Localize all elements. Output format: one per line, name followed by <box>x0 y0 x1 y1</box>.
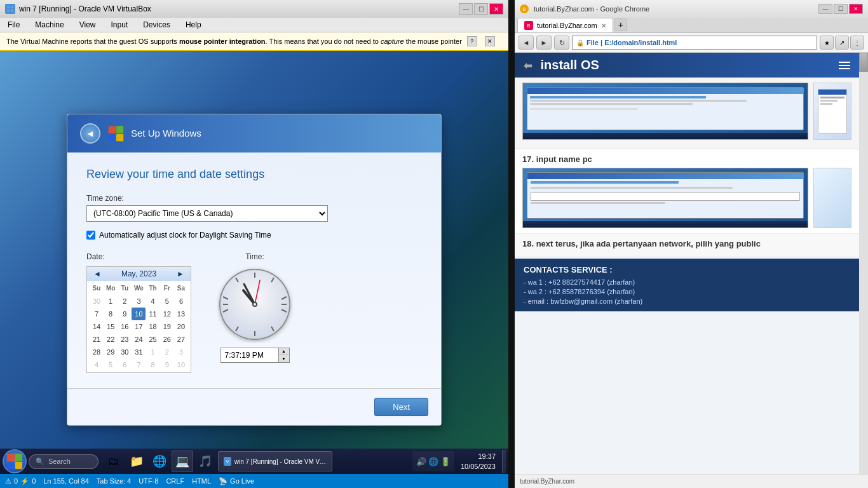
cal-cell-11[interactable]: 11 <box>146 308 160 320</box>
maximize-button[interactable]: ☐ <box>474 3 488 15</box>
share-icon[interactable]: ↗ <box>835 36 849 50</box>
browser-minimize[interactable]: — <box>818 4 832 14</box>
cal-cell-19[interactable]: 19 <box>160 320 174 333</box>
time-up-button[interactable]: ▲ <box>279 348 289 355</box>
close-button[interactable]: ✕ <box>489 3 503 15</box>
next-button[interactable]: Next <box>374 398 428 416</box>
cal-cell-24[interactable]: 24 <box>132 333 146 346</box>
cal-cell-3[interactable]: 3 <box>132 295 146 308</box>
menu-help[interactable]: Help <box>180 19 207 30</box>
tray-icon-network[interactable]: 🌐 <box>428 457 438 466</box>
cal-cell-7[interactable]: 7 <box>90 308 104 320</box>
scrollbar-thumb[interactable] <box>859 53 868 72</box>
taskbar-search[interactable]: 🔍 Search <box>29 454 98 469</box>
cal-cell-28[interactable]: 28 <box>90 346 104 358</box>
new-tab-button[interactable]: + <box>614 18 627 31</box>
menu-devices[interactable]: Devices <box>138 19 175 30</box>
status-errors[interactable]: ⚠ 0 ⚡ 0 <box>5 477 36 485</box>
cal-cell-17[interactable]: 17 <box>132 320 146 333</box>
cal-cell-25[interactable]: 25 <box>146 333 160 346</box>
time-input-field[interactable] <box>221 349 278 362</box>
cal-cell-21[interactable]: 21 <box>90 333 104 346</box>
cal-cell-5[interactable]: 5 <box>160 295 174 308</box>
cal-cell-14[interactable]: 14 <box>90 320 104 333</box>
menu-view[interactable]: View <box>74 19 101 30</box>
status-eol[interactable]: CRLF <box>166 477 184 485</box>
taskbar-pin-folder[interactable]: 📁 <box>126 451 147 472</box>
status-language[interactable]: HTML <box>192 477 211 485</box>
bookmark-icon[interactable]: ★ <box>820 36 834 50</box>
cal-cell-9[interactable]: 9 <box>118 308 132 320</box>
tab-close-icon[interactable]: ✕ <box>601 22 606 29</box>
cal-cell-30[interactable]: 30 <box>118 346 132 358</box>
cal-cell-6-next[interactable]: 6 <box>118 358 132 371</box>
cal-cell-20[interactable]: 20 <box>174 320 188 333</box>
cal-cell-27[interactable]: 27 <box>174 333 188 346</box>
menu-input[interactable]: Input <box>106 19 133 30</box>
cal-cell-30-prev[interactable]: 30 <box>90 295 104 308</box>
cal-cell-16[interactable]: 16 <box>118 320 132 333</box>
minimize-button[interactable]: — <box>459 3 473 15</box>
cal-cell-6[interactable]: 6 <box>174 295 188 308</box>
menu-file[interactable]: File <box>3 19 25 30</box>
notification-bold: mouse pointer integration <box>179 37 266 45</box>
cal-cell-18[interactable]: 18 <box>146 320 160 333</box>
browser-forward-button[interactable]: ► <box>536 36 552 50</box>
timezone-select[interactable]: (UTC-08:00) Pacific Time (US & Canada) (… <box>86 205 328 222</box>
browser-address-bar[interactable]: 🔒 File | E:/domain/install.html <box>572 36 817 50</box>
cal-cell-3-next[interactable]: 3 <box>174 346 188 358</box>
cal-cell-26[interactable]: 26 <box>160 333 174 346</box>
cal-cell-4[interactable]: 4 <box>146 295 160 308</box>
browser-menu-icon[interactable]: ⋮ <box>850 36 864 50</box>
cal-cell-4-next[interactable]: 4 <box>90 358 104 371</box>
taskbar-pin-browser[interactable]: 🌐 <box>149 451 170 472</box>
back-button[interactable]: ◄ <box>80 123 100 144</box>
vertical-scrollbar[interactable] <box>859 53 868 474</box>
cal-next-btn[interactable]: ► <box>174 269 187 278</box>
cal-cell-10-next[interactable]: 10 <box>174 358 188 371</box>
cal-cell-2[interactable]: 2 <box>118 295 132 308</box>
cal-cell-5-next[interactable]: 5 <box>104 358 118 371</box>
taskbar-clock[interactable]: 19:37 10/05/2023 <box>457 451 499 472</box>
taskbar-active-vbox[interactable]: V win 7 [Running] - Oracle VM VirtualBox <box>218 451 332 471</box>
cal-cell-29[interactable]: 29 <box>104 346 118 358</box>
start-button[interactable] <box>3 449 27 473</box>
cal-cell-12[interactable]: 12 <box>160 308 174 320</box>
browser-refresh-button[interactable]: ↻ <box>554 36 569 50</box>
time-down-button[interactable]: ▼ <box>279 355 289 362</box>
cal-cell-2-next[interactable]: 2 <box>160 346 174 358</box>
browser-maximize[interactable]: ☐ <box>834 4 848 14</box>
dst-label[interactable]: Automatically adjust clock for Daylight … <box>99 231 271 240</box>
tray-icon-sound[interactable]: 🔊 <box>416 457 426 466</box>
cal-cell-1-next[interactable]: 1 <box>146 346 160 358</box>
status-golive[interactable]: 📡 Go Live <box>219 477 254 485</box>
dst-checkbox[interactable] <box>86 231 95 240</box>
browser-tab-active[interactable]: B tutorial.ByZhar.com ✕ <box>517 18 613 32</box>
cal-cell-8[interactable]: 8 <box>104 308 118 320</box>
status-encoding[interactable]: UTF-8 <box>139 477 158 485</box>
cal-cell-1[interactable]: 1 <box>104 295 118 308</box>
cal-cell-7-next[interactable]: 7 <box>132 358 146 371</box>
hamburger-menu-icon[interactable] <box>839 62 850 69</box>
taskbar-pin-music[interactable]: 🎵 <box>194 451 216 472</box>
cal-cell-13[interactable]: 13 <box>174 308 188 320</box>
cal-cell-23[interactable]: 23 <box>118 333 132 346</box>
show-desktop-button[interactable] <box>502 450 506 473</box>
notification-help-icon[interactable]: ? <box>467 36 477 46</box>
browser-back-button[interactable]: ◄ <box>519 36 534 50</box>
cal-prev-btn[interactable]: ◄ <box>91 269 104 278</box>
notification-close-icon[interactable]: ✕ <box>485 36 495 46</box>
tray-icon-battery[interactable]: 🔋 <box>440 457 451 466</box>
taskbar-pin-explorer[interactable]: 🗂 <box>103 451 125 472</box>
cal-cell-9-next[interactable]: 9 <box>160 358 174 371</box>
status-tab-size[interactable]: Tab Size: 4 <box>97 477 131 485</box>
cal-cell-22[interactable]: 22 <box>104 333 118 346</box>
cal-cell-15[interactable]: 15 <box>104 320 118 333</box>
menu-machine[interactable]: Machine <box>30 19 69 30</box>
status-line-col[interactable]: Ln 155, Col 84 <box>43 477 89 485</box>
cal-cell-8-next[interactable]: 8 <box>146 358 160 371</box>
cal-cell-10-selected[interactable]: 10 <box>132 308 146 320</box>
browser-close[interactable]: ✕ <box>849 4 863 14</box>
cal-cell-31[interactable]: 31 <box>132 346 146 358</box>
taskbar-pin-vscode[interactable]: 💻 <box>172 451 193 472</box>
